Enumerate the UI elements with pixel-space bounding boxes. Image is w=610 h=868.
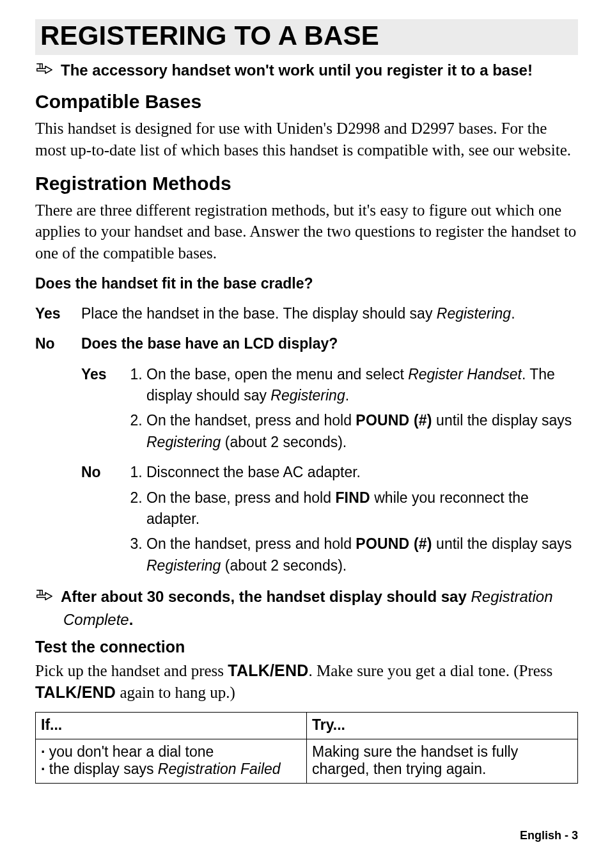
text: . bbox=[345, 387, 349, 404]
text-italic: Registering bbox=[146, 557, 221, 574]
q2-yes-steps: On the base, open the menu and select Re… bbox=[129, 364, 578, 453]
label-yes: Yes bbox=[81, 364, 129, 385]
text: the display says bbox=[49, 761, 158, 777]
text: . bbox=[511, 305, 515, 322]
page-title: REGISTERING TO A BASE bbox=[35, 19, 578, 55]
text: After about 30 seconds, the handset disp… bbox=[61, 588, 471, 605]
q2-no-steps: Disconnect the base AC adapter. On the b… bbox=[129, 462, 578, 576]
question-1: Does the handset fit in the base cradle? bbox=[35, 273, 578, 294]
q1-yes-row: Yes Place the handset in the base. The d… bbox=[35, 303, 578, 324]
text: (about 2 seconds). bbox=[221, 434, 347, 450]
label-yes: Yes bbox=[35, 303, 81, 324]
section-body-compatible: This handset is designed for use with Un… bbox=[35, 118, 578, 161]
text-italic: Registering bbox=[270, 387, 345, 404]
text-italic: Complete bbox=[63, 611, 129, 628]
page-footer: English - 3 bbox=[520, 829, 578, 842]
pointing-hand-icon bbox=[35, 61, 54, 78]
table-cell-try: Making sure the handset is fully charged… bbox=[307, 739, 578, 784]
completion-text: After about 30 seconds, the handset disp… bbox=[61, 588, 553, 606]
text: On the base, press and hold bbox=[146, 489, 335, 506]
list-item: On the base, press and hold FIND while y… bbox=[146, 487, 578, 530]
question-2: Does the base have an LCD display? bbox=[81, 333, 578, 354]
text-italic: Registration Failed bbox=[158, 761, 281, 777]
text: On the handset, press and hold bbox=[146, 412, 356, 429]
pointing-hand-icon bbox=[35, 588, 54, 604]
key-label: TALK/END bbox=[228, 661, 308, 679]
list-item: Disconnect the base AC adapter. bbox=[146, 462, 578, 483]
label-no: No bbox=[81, 462, 129, 483]
list-item: On the handset, press and hold POUND (#)… bbox=[146, 410, 578, 453]
list-item: you don't hear a dial tone bbox=[41, 743, 301, 761]
test-body: Pick up the handset and press TALK/END. … bbox=[35, 660, 578, 704]
list-item: On the base, open the menu and select Re… bbox=[146, 364, 578, 407]
text: until the display says bbox=[432, 535, 572, 552]
section-heading-compatible: Compatible Bases bbox=[35, 91, 578, 113]
text: again to hang up.) bbox=[116, 684, 235, 701]
completion-text-line2: Complete. bbox=[63, 611, 578, 629]
list-item: the display says Registration Failed bbox=[41, 761, 301, 778]
text: (about 2 seconds). bbox=[221, 557, 347, 574]
text: On the handset, press and hold bbox=[146, 535, 356, 552]
text-italic: Registering bbox=[437, 305, 511, 322]
key-label: TALK/END bbox=[35, 683, 116, 701]
key-label: POUND (#) bbox=[356, 535, 432, 552]
text-italic: Registration bbox=[471, 588, 552, 605]
text: On the base, open the menu and select bbox=[146, 366, 408, 383]
list-item: On the handset, press and hold POUND (#)… bbox=[146, 533, 578, 576]
text-italic: Register Handset bbox=[408, 366, 522, 383]
warning-text: The accessory handset won't work until y… bbox=[61, 61, 533, 79]
question-tree: Does the handset fit in the base cradle?… bbox=[35, 273, 578, 579]
text: until the display says bbox=[432, 412, 572, 429]
key-label: FIND bbox=[335, 489, 370, 506]
text: . Make sure you get a dial tone. (Press bbox=[308, 662, 552, 679]
text-italic: Registering bbox=[146, 434, 221, 450]
text: Place the handset in the base. The displ… bbox=[81, 305, 437, 322]
table-cell-if: you don't hear a dial tone the display s… bbox=[36, 739, 307, 784]
table-header-if: If... bbox=[36, 713, 307, 739]
q2-no-row: No Disconnect the base AC adapter. On th… bbox=[81, 462, 578, 576]
q1-yes-body: Place the handset in the base. The displ… bbox=[81, 303, 578, 324]
text: Pick up the handset and press bbox=[35, 662, 228, 679]
key-label: POUND (#) bbox=[356, 412, 432, 429]
q2-yes-row: Yes On the base, open the menu and selec… bbox=[81, 364, 578, 453]
q1-no-row: No Does the base have an LCD display? Ye… bbox=[35, 333, 578, 578]
label-no: No bbox=[35, 333, 81, 354]
section-body-methods: There are three different registration m… bbox=[35, 200, 578, 264]
table-row: you don't hear a dial tone the display s… bbox=[36, 739, 578, 784]
text: . bbox=[129, 611, 134, 628]
table-header-try: Try... bbox=[307, 713, 578, 739]
subheading-test: Test the connection bbox=[35, 638, 578, 656]
warning-note: The accessory handset won't work until y… bbox=[35, 61, 578, 79]
troubleshooting-table: If... Try... you don't hear a dial tone … bbox=[35, 712, 578, 784]
section-heading-methods: Registration Methods bbox=[35, 173, 578, 194]
completion-note: After about 30 seconds, the handset disp… bbox=[35, 588, 578, 606]
